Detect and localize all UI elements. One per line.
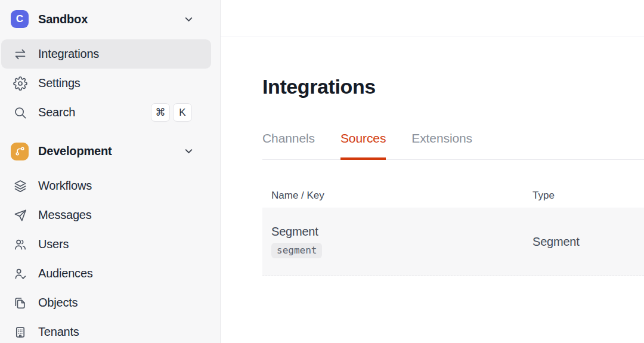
- workspace-switcher[interactable]: C Sandbox: [0, 0, 220, 38]
- sidebar-item-label: Settings: [38, 76, 80, 90]
- courier-logo: C: [11, 10, 29, 28]
- k-key-badge: K: [173, 103, 192, 122]
- sidebar-item-workflows[interactable]: Workflows: [1, 171, 211, 200]
- workspace-name: Sandbox: [38, 13, 88, 26]
- users-icon: [13, 237, 27, 252]
- tab-extensions[interactable]: Extensions: [411, 131, 472, 159]
- command-key-badge: ⌘: [151, 103, 170, 122]
- sidebar-item-audiences[interactable]: Audiences: [1, 259, 211, 288]
- source-name: Segment: [271, 225, 532, 239]
- sidebar-item-label: Users: [38, 237, 69, 251]
- sidebar-item-label: Objects: [38, 296, 78, 310]
- tab-label: Channels: [262, 131, 315, 145]
- copy-pages-icon: [13, 296, 27, 310]
- git-branch-icon: [11, 143, 29, 160]
- main-area: Integrations Channels Sources Extensions…: [221, 0, 644, 343]
- type-cell: Segment: [532, 235, 644, 249]
- source-type: Segment: [532, 235, 580, 248]
- tab-label: Extensions: [411, 131, 472, 145]
- chevron-down-icon: [184, 146, 194, 156]
- section-label: Development: [38, 144, 112, 158]
- sidebar-item-integrations[interactable]: Integrations: [1, 39, 211, 69]
- source-key-badge: segment: [271, 243, 322, 258]
- tab-channels[interactable]: Channels: [262, 131, 315, 159]
- integrations-page: Integrations Channels Sources Extensions…: [221, 73, 644, 276]
- swap-arrows-icon: [13, 47, 27, 61]
- app-window: C Sandbox Integrations: [0, 0, 644, 343]
- sidebar-section-development[interactable]: Development: [0, 137, 220, 166]
- sidebar-item-label: Integrations: [38, 47, 99, 61]
- name-key-cell: Segment segment: [271, 225, 532, 258]
- page-title: Integrations: [262, 73, 644, 100]
- search-icon: [13, 106, 27, 120]
- sidebar: C Sandbox Integrations: [0, 0, 221, 343]
- sidebar-item-messages[interactable]: Messages: [1, 200, 211, 230]
- active-tab-underline: [340, 157, 386, 160]
- sidebar-item-label: Search: [38, 106, 75, 119]
- column-header-name-key: Name / Key: [271, 190, 532, 202]
- tab-label: Sources: [340, 131, 386, 145]
- sidebar-item-settings[interactable]: Settings: [1, 69, 211, 98]
- paper-plane-icon: [13, 208, 27, 223]
- table-header-row: Name / Key Type: [262, 184, 644, 208]
- sidebar-item-label: Audiences: [38, 267, 93, 280]
- tab-bar: Channels Sources Extensions: [262, 131, 644, 160]
- top-bar: [221, 0, 644, 36]
- tab-sources[interactable]: Sources: [340, 131, 386, 159]
- sidebar-item-objects[interactable]: Objects: [1, 288, 211, 317]
- column-header-type: Type: [532, 190, 644, 202]
- chevron-down-icon: [184, 14, 194, 24]
- gear-icon: [13, 76, 27, 91]
- sidebar-item-search[interactable]: Search ⌘ K: [1, 98, 211, 127]
- table-row-segment[interactable]: Segment segment Segment: [262, 208, 644, 276]
- sidebar-item-label: Tenants: [38, 325, 79, 339]
- sidebar-item-tenants[interactable]: Tenants: [1, 317, 211, 343]
- building-icon: [13, 325, 27, 339]
- logo-letter: C: [16, 13, 23, 25]
- search-shortcut: ⌘ K: [151, 103, 192, 122]
- sidebar-item-label: Messages: [38, 208, 92, 222]
- sidebar-item-label: Workflows: [38, 179, 92, 193]
- sidebar-item-users[interactable]: Users: [1, 230, 211, 259]
- layers-icon: [13, 179, 27, 193]
- user-check-icon: [13, 267, 27, 281]
